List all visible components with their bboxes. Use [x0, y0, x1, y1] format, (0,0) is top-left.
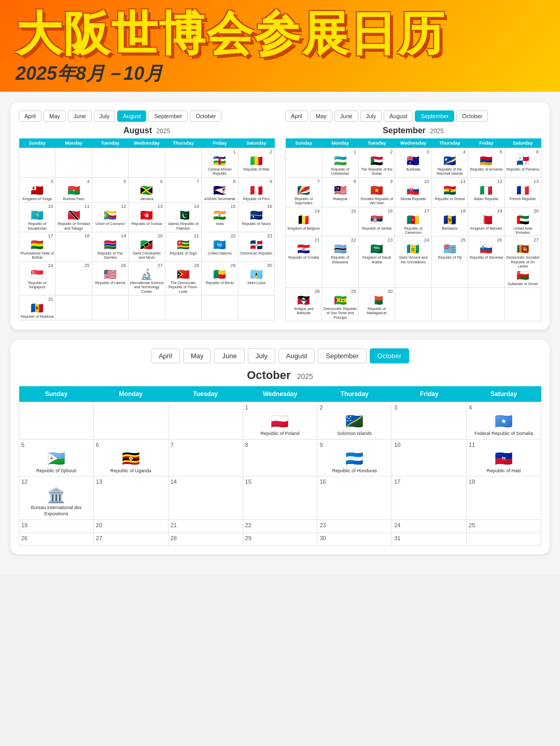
country-entry: 🇰🇳 Saint Christopher and Nevis: [130, 238, 163, 260]
col-mon-sep: Monday: [322, 138, 358, 148]
tab-july-aug[interactable]: July: [94, 110, 116, 122]
tab-july-sep[interactable]: July: [360, 110, 382, 122]
day-cell: 17: [392, 476, 467, 519]
country-name: Republic of Armenia: [469, 167, 503, 172]
flag-emoji: 🇦🇪: [506, 214, 540, 226]
day-cell: 28 🇹🇱 The Democratic Republic of Timor-L…: [165, 261, 201, 295]
day-number: 26: [93, 263, 127, 268]
day-cell: 24: [392, 519, 467, 532]
subtitle: 2025年8月－10月: [16, 61, 544, 87]
tab-september-oct[interactable]: September: [318, 348, 367, 363]
day-number: 12: [93, 204, 127, 209]
day-cell: 26 🇸🇮 Republic of Slovenia: [468, 236, 505, 288]
day-number: 3: [396, 149, 430, 154]
country-name: ASEAN Secretariat: [203, 197, 236, 201]
country-entry: 🇹🇱 The Democratic Republic of Timor-Lest…: [166, 268, 200, 294]
day-cell: 27 🔬 International Science and Technolog…: [129, 261, 165, 295]
country-entry: 🇰🇲 Union of Comoros: [93, 209, 127, 226]
tab-august-oct[interactable]: August: [278, 348, 315, 363]
day-number: 6: [506, 149, 540, 154]
day-number: 20: [96, 522, 166, 528]
country-name: Republic of Djibouti: [21, 468, 91, 474]
day-number: 10: [394, 442, 464, 448]
country-name: Dominican Republic: [240, 251, 273, 256]
tab-june-aug[interactable]: June: [68, 110, 92, 122]
tab-april-sep[interactable]: April: [285, 110, 308, 122]
flag-emoji: 🇱🇨: [240, 268, 273, 280]
tab-june-sep[interactable]: June: [334, 110, 358, 122]
tab-september-aug[interactable]: September: [148, 110, 188, 122]
empty-cell: [165, 295, 201, 320]
country-entry: 🔬 International Science and Technology C…: [130, 268, 163, 294]
country-entry: 🇺🇿 Republic of Uzbekistan: [323, 154, 357, 176]
day-number: 9: [240, 179, 273, 184]
flag-emoji: 🇧🇪: [287, 214, 320, 226]
tab-october-oct[interactable]: October: [370, 348, 409, 363]
day-cell: 11 🇹🇹 Republic of Trinidad and Tobago: [55, 203, 92, 232]
day-number: 15: [203, 204, 236, 209]
tab-june-oct[interactable]: June: [214, 348, 244, 363]
day-number: 7: [287, 179, 320, 184]
day-cell: 6 🇺🇬 Republic of Uganda: [93, 439, 168, 476]
tab-may-oct[interactable]: May: [183, 348, 212, 363]
tab-july-oct[interactable]: July: [248, 348, 275, 363]
day-number: 7: [166, 179, 200, 184]
empty-cell: [505, 287, 541, 321]
country-entry: 🇬🇭 Republic of Ghana: [433, 184, 467, 201]
country-entry: 🇧🇴 Plurinational State of Bolivia: [20, 238, 54, 260]
country-entry: 🇲🇱 Republic of Mali: [240, 154, 273, 172]
day-cell: 2 🇸🇩 The Republic of the Sudan: [358, 148, 395, 178]
empty-cell: [19, 402, 94, 440]
day-cell: 21: [168, 519, 243, 532]
tab-august-aug[interactable]: August: [117, 110, 146, 122]
day-cell: 12 🇮🇹 Italian Republic: [468, 177, 505, 207]
day-cell: 7 🇸🇨 Republic of Seychelles: [286, 177, 322, 207]
day-cell: 16: [317, 476, 392, 519]
day-cell: 31: [392, 532, 467, 545]
country-name: Republic of Poland: [245, 431, 315, 437]
aug-sep-card: April May June July August September Oct…: [10, 102, 550, 330]
day-cell: 20: [93, 519, 168, 532]
tab-april-oct[interactable]: April: [151, 348, 180, 363]
flag-emoji: 🇹🇴: [20, 184, 54, 196]
country-name: Bureau International des Expositions: [21, 505, 91, 517]
day-number: 12: [469, 179, 503, 184]
country-entry: 🇧🇧 Barbados: [433, 214, 467, 231]
day-number: 3: [20, 179, 54, 184]
day-cell: 17 🇨🇲 Republic of Cameroon: [395, 207, 431, 236]
col-thu-oct: Thursday: [317, 386, 392, 402]
tab-may-aug[interactable]: May: [44, 110, 66, 122]
empty-cell: [93, 402, 168, 440]
tab-april-aug[interactable]: April: [19, 110, 41, 122]
country-name: Republic of Ghana: [433, 197, 467, 201]
day-number: 29: [203, 263, 236, 268]
country-name: Islamic Republic of Pakistan: [166, 222, 200, 231]
day-cell: 22 🇧🇼 Republic of Botswana: [322, 236, 358, 288]
tab-may-sep[interactable]: May: [310, 110, 332, 122]
day-number: 14: [166, 204, 200, 209]
country-entry: 🇷🇸 Republic of Serbia: [360, 214, 394, 231]
country-name: Republic of Togo: [166, 251, 200, 256]
august-calendar: April May June July August September Oct…: [19, 110, 275, 321]
country-entry: 🇧🇫 Burkina Faso: [57, 184, 90, 201]
day-number: 23: [319, 522, 389, 528]
tab-september-sep[interactable]: September: [415, 110, 454, 122]
tab-october-aug[interactable]: October: [190, 110, 221, 122]
september-calendar: April May June July August September Oct…: [285, 110, 541, 321]
day-number: 31: [394, 535, 464, 541]
day-number: 2: [240, 149, 273, 154]
day-number: 7: [171, 442, 241, 448]
col-sat-oct: Saturday: [467, 386, 541, 402]
tab-october-sep[interactable]: October: [456, 110, 488, 122]
day-cell: 30 🇲🇬 Republic of Madagascar: [358, 287, 395, 321]
empty-cell: [395, 287, 431, 321]
country-entry: 🇧🇭 Kingdom of Bahrain: [469, 214, 503, 231]
country-entry: 🇸🇩 The Republic of the Sudan: [360, 154, 394, 176]
day-number: 2: [360, 149, 394, 154]
flag-emoji: 🇭🇹: [469, 450, 539, 467]
empty-cell: [238, 295, 274, 320]
tab-august-sep[interactable]: August: [384, 110, 413, 122]
country-name: Republic of Uganda: [96, 468, 166, 474]
day-cell: 29 🇧🇯 Republic of Benin: [202, 261, 238, 295]
day-cell: 15: [322, 207, 358, 236]
